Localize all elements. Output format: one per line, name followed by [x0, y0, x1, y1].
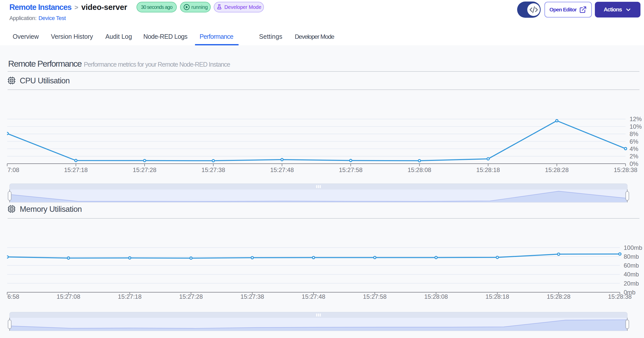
svg-text:2%: 2% [630, 153, 638, 160]
svg-text:15:28:28: 15:28:28 [547, 293, 570, 300]
svg-text:15:27:08: 15:27:08 [57, 293, 80, 300]
svg-text:15:27:18: 15:27:18 [118, 293, 142, 300]
svg-text:15:28:08: 15:28:08 [424, 293, 448, 300]
svg-text:6%: 6% [630, 138, 638, 145]
svg-text:15:28:38: 15:28:38 [614, 166, 637, 173]
svg-text:15:28:08: 15:28:08 [407, 166, 431, 173]
svg-text:40mb: 40mb [624, 271, 639, 278]
svg-text:4%: 4% [630, 145, 638, 152]
svg-text:15:27:48: 15:27:48 [270, 166, 294, 173]
svg-text:15:27:28: 15:27:28 [179, 293, 203, 300]
svg-text:15:27:58: 15:27:58 [339, 166, 362, 173]
svg-text:7:08: 7:08 [8, 166, 19, 173]
svg-text:15:27:48: 15:27:48 [302, 293, 325, 300]
svg-text:15:27:38: 15:27:38 [202, 166, 225, 173]
svg-text:8%: 8% [630, 130, 638, 137]
svg-text:15:28:18: 15:28:18 [485, 293, 509, 300]
svg-text:80mb: 80mb [624, 253, 639, 260]
svg-text:15:28:38: 15:28:38 [608, 293, 632, 300]
svg-text:60mb: 60mb [624, 262, 639, 269]
svg-text:0%: 0% [630, 160, 638, 167]
svg-text:15:27:38: 15:27:38 [240, 293, 264, 300]
svg-text:6:58: 6:58 [8, 293, 19, 300]
svg-text:15:27:58: 15:27:58 [363, 293, 386, 300]
svg-text:15:28:28: 15:28:28 [545, 166, 569, 173]
svg-text:10%: 10% [630, 123, 642, 130]
svg-text:15:27:18: 15:27:18 [64, 166, 88, 173]
svg-text:12%: 12% [630, 116, 642, 122]
svg-text:20mb: 20mb [624, 280, 639, 287]
svg-text:100mb: 100mb [624, 244, 642, 251]
svg-text:15:27:28: 15:27:28 [133, 166, 156, 173]
svg-text:15:28:18: 15:28:18 [476, 166, 500, 173]
